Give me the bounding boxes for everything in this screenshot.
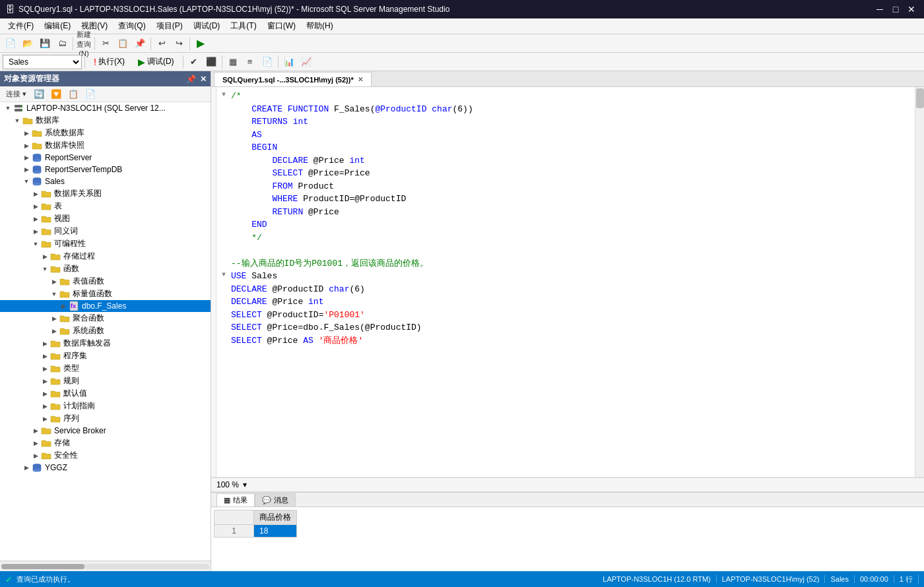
open-btn[interactable]: 📂 (20, 36, 36, 51)
grid-btn[interactable]: ▦ (225, 54, 241, 70)
new-file-btn[interactable]: 📄 (3, 36, 18, 51)
tree-expand-icon[interactable]: ▶ (40, 351, 50, 361)
menu-item[interactable]: 查询(Q) (113, 19, 150, 33)
tree-expand-icon[interactable]: ▼ (3, 103, 13, 113)
text-btn[interactable]: ≡ (242, 54, 258, 70)
refresh-button[interactable]: 🔄 (31, 86, 47, 102)
tree-item[interactable]: ▶安全性 (0, 449, 211, 462)
results-tab-results[interactable]: ▦ 结果 (216, 493, 255, 507)
results-tab-messages[interactable]: 💬 消息 (255, 493, 296, 507)
execute-button[interactable]: ! 执行(X) (88, 55, 131, 69)
connect-button[interactable]: 连接 ▾ (3, 86, 30, 102)
tab-close-icon[interactable]: ✕ (358, 76, 363, 83)
tree-item[interactable]: ▶视图 (0, 212, 211, 225)
tree-expand-icon[interactable]: ▶ (40, 251, 50, 262)
tree-expand-icon[interactable]: ▶ (30, 214, 41, 224)
tree-expand-icon[interactable]: ▶ (49, 326, 59, 336)
tree-item[interactable]: ▶表 (0, 200, 211, 212)
tree-item[interactable]: ▶数据库触发器 (0, 337, 211, 350)
close-icon[interactable]: ✕ (200, 75, 207, 84)
code-area[interactable]: ▼/* CREATE FUNCTION F_Sales(@ProductID c… (216, 87, 915, 477)
tree-expand-icon[interactable]: ▶ (30, 201, 41, 212)
new-query-btn[interactable]: 新建查询(N) (76, 36, 92, 51)
tree-item[interactable]: ▶数据库快照 (0, 139, 211, 152)
tree-item[interactable]: ▶数据库关系图 (0, 187, 211, 200)
tree-expand-icon[interactable]: ▶ (21, 164, 32, 175)
oe-hscroll[interactable] (0, 561, 211, 571)
tree-item[interactable]: ▶默认值 (0, 387, 211, 400)
tree-expand-icon[interactable]: ▼ (21, 176, 32, 187)
tree-expand-icon[interactable]: ▶ (30, 425, 41, 436)
tree-item[interactable]: ▶聚合函数 (0, 312, 211, 324)
close-button[interactable]: ✕ (904, 2, 919, 16)
menu-item[interactable]: 帮助(H) (301, 19, 339, 33)
collapse-icon[interactable]: ▼ (222, 270, 230, 280)
tree-expand-icon[interactable]: ▶ (30, 438, 41, 448)
tree-expand-icon[interactable]: ▶ (40, 401, 50, 412)
tree-expand-icon[interactable]: ▶ (40, 363, 50, 374)
tree-item[interactable]: ▶程序集 (0, 350, 211, 362)
tree-item[interactable]: ▼数据库 (0, 114, 211, 127)
save-btn[interactable]: 💾 (37, 36, 53, 51)
tree-expand-icon[interactable]: ▶ (40, 338, 50, 349)
tree-item[interactable]: ▶Service Broker (0, 425, 211, 437)
tree-item[interactable]: ▶规则 (0, 375, 211, 387)
menu-item[interactable]: 项目(P) (151, 19, 188, 33)
stat-btn[interactable]: 📈 (298, 54, 314, 70)
collapse-icon[interactable]: ▼ (222, 90, 230, 100)
tree-expand-icon[interactable]: ▶ (30, 226, 41, 237)
tree-expand-icon[interactable]: ▶ (40, 376, 50, 386)
tree-expand-icon[interactable]: ▼ (40, 264, 50, 274)
database-selector[interactable]: Sales (3, 55, 82, 69)
tree-item[interactable]: ▼Sales (0, 175, 211, 187)
tree-item[interactable]: ▶存储过程 (0, 250, 211, 263)
pin-icon[interactable]: 📌 (186, 75, 196, 84)
tree-item[interactable]: ▶序列 (0, 412, 211, 425)
diag-btn[interactable]: 📊 (281, 54, 297, 70)
tree-item[interactable]: ▶YGGZ (0, 462, 211, 474)
report-button[interactable]: 📄 (82, 86, 98, 102)
menu-item[interactable]: 工具(T) (225, 19, 261, 33)
copy-btn[interactable]: 📋 (115, 36, 131, 51)
tree-expand-icon[interactable]: ▶ (49, 276, 59, 287)
editor-tab[interactable]: SQLQuery1.sql -...3SLOC1H\myj (52))* ✕ (214, 72, 372, 86)
tree-item[interactable]: ▶fxdbo.F_Sales (0, 300, 211, 312)
tree-expand-icon[interactable]: ▼ (30, 239, 41, 249)
tree-item[interactable]: ▼LAPTOP-N3SLOC1H (SQL Server 12... (0, 102, 211, 114)
tree-expand-icon[interactable]: ▼ (49, 289, 59, 299)
summary-button[interactable]: 📋 (65, 86, 81, 102)
tree-item[interactable]: ▶ReportServer (0, 152, 211, 164)
tree-expand-icon[interactable]: ▶ (21, 462, 32, 473)
tree-item[interactable]: ▶系统函数 (0, 324, 211, 337)
redo-btn[interactable]: ↪ (171, 36, 187, 51)
tree-item[interactable]: ▶计划指南 (0, 400, 211, 412)
check-btn[interactable]: ✔ (186, 54, 202, 70)
tree-expand-icon[interactable]: ▶ (30, 189, 41, 199)
tree-item[interactable]: ▶系统数据库 (0, 127, 211, 139)
menu-item[interactable]: 窗口(W) (262, 19, 301, 33)
minimize-button[interactable]: ─ (873, 2, 887, 16)
tree-expand-icon[interactable]: ▶ (21, 152, 32, 163)
tree-item[interactable]: ▼可编程性 (0, 237, 211, 250)
tree-item[interactable]: ▼函数 (0, 263, 211, 275)
tree-expand-icon[interactable]: ▶ (40, 414, 50, 424)
tree-item[interactable]: ▶同义词 (0, 225, 211, 237)
cut-btn[interactable]: ✂ (98, 36, 114, 51)
tree-expand-icon[interactable]: ▶ (58, 301, 69, 311)
filter-button[interactable]: 🔽 (48, 86, 64, 102)
tree-expand-icon[interactable]: ▼ (12, 115, 22, 126)
vertical-scrollbar[interactable] (915, 87, 924, 477)
save-all-btn[interactable]: 🗂 (54, 36, 70, 51)
undo-btn[interactable]: ↩ (154, 36, 170, 51)
tree-item[interactable]: ▶存储 (0, 437, 211, 449)
menu-item[interactable]: 调试(D) (188, 19, 226, 33)
result-cell[interactable]: 18 (254, 525, 297, 538)
tree-item[interactable]: ▶表值函数 (0, 275, 211, 288)
tree-expand-icon[interactable]: ▶ (21, 140, 32, 151)
menu-item[interactable]: 文件(F) (3, 19, 39, 33)
tree-expand-icon[interactable]: ▶ (30, 450, 41, 461)
tree-item[interactable]: ▶ReportServerTempDB (0, 164, 211, 175)
debug-button[interactable]: ▶ 调试(D) (132, 55, 180, 69)
menu-item[interactable]: 编辑(E) (39, 19, 76, 33)
file-btn[interactable]: 📄 (259, 54, 275, 70)
